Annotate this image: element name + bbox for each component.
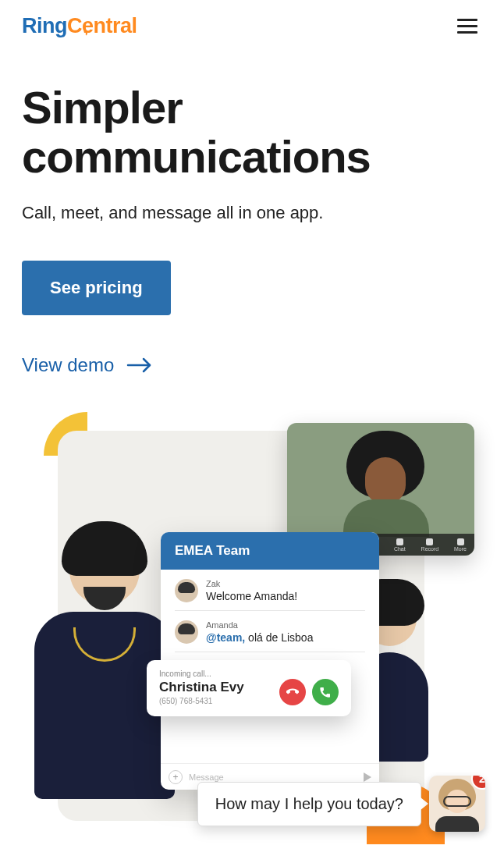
caller-name: Christina Evy xyxy=(159,680,244,695)
site-header: Ring Central xyxy=(0,0,504,52)
support-chat-widget: How may I help you today? 2 xyxy=(197,776,485,832)
chat-card-title: EMEA Team xyxy=(161,532,379,570)
decline-call-button[interactable] xyxy=(279,679,306,705)
hero-title: Simpler communications xyxy=(22,83,482,181)
brand-word-ring: Ring xyxy=(22,14,67,38)
hero-section: Simpler communications Call, meet, and m… xyxy=(0,52,504,376)
accept-call-button[interactable] xyxy=(312,679,339,705)
message-text: Welcome Amanda! xyxy=(206,590,297,602)
chat-icon[interactable]: Chat xyxy=(394,538,406,552)
see-pricing-button[interactable]: See pricing xyxy=(22,261,171,315)
chat-message: Amanda @team, olá de Lisboa xyxy=(161,611,379,652)
support-agent-avatar[interactable]: 2 xyxy=(429,776,485,832)
message-author: Zak xyxy=(206,579,297,588)
attach-icon[interactable]: + xyxy=(169,770,183,784)
incoming-call-label: Incoming call... xyxy=(159,669,339,678)
brand-logo[interactable]: Ring Central xyxy=(22,14,137,38)
notification-badge: 2 xyxy=(473,776,485,788)
arrow-right-icon xyxy=(126,357,153,373)
mention: @team, xyxy=(206,631,245,644)
record-icon[interactable]: Record xyxy=(421,538,439,552)
hero-subtitle: Call, meet, and message all in one app. xyxy=(22,203,482,223)
more-icon[interactable]: More xyxy=(454,538,467,552)
view-demo-label: View demo xyxy=(22,354,114,376)
avatar xyxy=(175,620,198,644)
support-chat-prompt[interactable]: How may I help you today? xyxy=(197,782,421,826)
avatar xyxy=(175,579,198,602)
brand-word-central: Central xyxy=(67,14,137,38)
chat-message: Zak Welcome Amanda! xyxy=(161,570,379,610)
phone-hangup-icon xyxy=(286,686,299,698)
menu-icon[interactable] xyxy=(453,14,482,38)
phone-icon xyxy=(319,686,332,698)
incoming-call-card: Incoming call... Christina Evy (650) 768… xyxy=(147,660,351,716)
caller-phone: (650) 768-5431 xyxy=(159,697,244,705)
view-demo-link[interactable]: View demo xyxy=(22,354,153,376)
message-text: @team, olá de Lisboa xyxy=(206,631,313,644)
message-author: Amanda xyxy=(206,620,313,630)
